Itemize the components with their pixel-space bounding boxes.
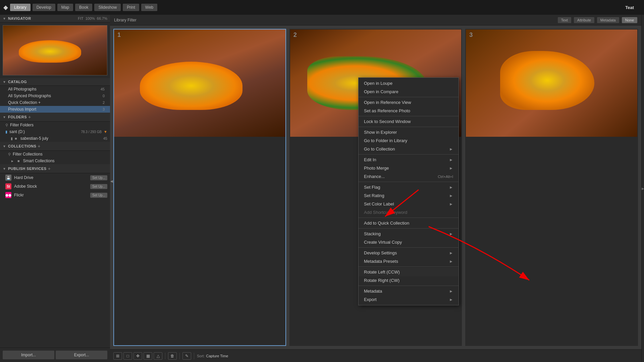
grid-cell-2-number: 2 (293, 32, 297, 39)
compare-view-button[interactable]: ✥ (133, 352, 142, 360)
toolbar-sep-1 (165, 353, 165, 359)
menu-set-rating[interactable]: Set Rating ► (359, 191, 459, 200)
grid-image-1 (114, 29, 285, 137)
menu-set-reference[interactable]: Set as Reference Photo (359, 107, 459, 115)
folders-collapse-icon: ▼ (3, 115, 6, 119)
folder-filter[interactable]: ⚲ Filter Folders (0, 122, 110, 128)
filter-none-button[interactable]: None (622, 17, 637, 23)
metadata-presets-arrow: ► (449, 259, 453, 264)
menu-add-quick-collection[interactable]: Add to Quick Collection (359, 219, 459, 227)
navigator-fit[interactable]: FIT (78, 16, 84, 20)
survey-view-button[interactable]: ▦ (144, 352, 152, 360)
navigator-collapse-icon: ▼ (3, 17, 6, 20)
publish-services-header[interactable]: ▼ Publish Services + (0, 164, 110, 173)
module-develop[interactable]: Develop (33, 4, 55, 11)
module-library[interactable]: Library (10, 4, 31, 11)
export-button[interactable]: Export... (56, 351, 107, 359)
menu-set-color-label[interactable]: Set Color Label ► (359, 200, 459, 208)
menu-separator-3 (359, 127, 459, 127)
publish-services-add-button[interactable]: + (47, 166, 52, 171)
metadata-arrow: ► (449, 289, 453, 294)
module-slideshow[interactable]: Slideshow (94, 4, 121, 11)
menu-develop-settings[interactable]: Develop Settings ► (359, 249, 459, 257)
menu-photo-merge[interactable]: Photo Merge ► (359, 164, 459, 172)
navigator-header[interactable]: ▼ Navigator FIT 100% 66.7% (0, 15, 110, 22)
grid-image-3 (466, 29, 637, 137)
navigator-controls: FIT 100% 66.7% (78, 16, 107, 20)
export-arrow: ► (449, 297, 453, 302)
menu-separator-5 (359, 182, 459, 182)
menu-open-compare[interactable]: Open in Compare (359, 87, 459, 96)
module-map[interactable]: Map (57, 4, 73, 11)
collections-header[interactable]: ▼ Collections + (0, 142, 110, 151)
left-panel-collapse[interactable]: ◀ (110, 174, 113, 188)
folder-drive[interactable]: ▮ sant (D:) 78.3 / 293 GB ▼ (0, 128, 110, 135)
publish-flickr[interactable]: ⬤⬤ Flickr Set Up... (0, 191, 110, 199)
menu-enhance[interactable]: Enhance... Ctrl+Alt+I (359, 172, 459, 181)
loupe-view-button[interactable]: □ (123, 352, 132, 360)
adobe-setup-button[interactable]: Set Up... (90, 184, 107, 189)
publish-services-items: 💾 Hard Drive Set Up... St Adobe Stock Se… (0, 173, 110, 199)
menu-separator-10 (359, 286, 459, 286)
menu-open-loupe[interactable]: Open in Loupe (359, 79, 459, 87)
grid-cell-3[interactable]: 3 (465, 29, 638, 346)
toolbar-sep-2 (179, 353, 180, 359)
folder-icon: ▮ (11, 136, 13, 141)
filter-folders-icon: ⚲ (5, 123, 8, 127)
menu-separator-7 (359, 228, 459, 229)
module-print[interactable]: Print (123, 4, 139, 11)
main-layout: ▼ Navigator FIT 100% 66.7% ▼ Catalog All… (0, 15, 644, 362)
menu-separator-6 (359, 218, 459, 218)
catalog-header[interactable]: ▼ Catalog (0, 78, 110, 86)
menu-export[interactable]: Export ► (359, 295, 459, 304)
menu-lock-second[interactable]: Lock to Second Window (359, 117, 459, 126)
filter-metadata-button[interactable]: Metadata (597, 17, 619, 23)
publish-harddrive[interactable]: 💾 Hard Drive Set Up... (0, 173, 110, 182)
people-view-button[interactable]: △ (154, 352, 162, 360)
filter-attribute-button[interactable]: Attribute (574, 17, 594, 23)
collections-items: ⚲ Filter Collections ► ■ Smart Collectio… (0, 151, 110, 164)
menu-show-explorer[interactable]: Show in Explorer (359, 128, 459, 136)
collections-add-button[interactable]: + (36, 143, 42, 149)
navigator-title: Navigator (8, 16, 31, 20)
grid-view-button[interactable]: ⊞ (113, 352, 122, 360)
import-button[interactable]: Import... (3, 351, 54, 359)
menu-stacking[interactable]: Stacking ► (359, 230, 459, 238)
module-web[interactable]: Web (141, 4, 157, 11)
menu-create-virtual-copy[interactable]: Create Virtual Copy (359, 238, 459, 246)
menu-open-reference[interactable]: Open in Reference View (359, 98, 459, 107)
collection-filter[interactable]: ⚲ Filter Collections (0, 151, 110, 158)
flickr-setup-button[interactable]: Set Up... (90, 193, 107, 198)
folders-add-button[interactable]: + (27, 114, 32, 120)
navigator-zoom2[interactable]: 66.7% (97, 16, 107, 20)
filter-text-button[interactable]: Text (558, 17, 571, 23)
menu-edit-in[interactable]: Edit In ► (359, 156, 459, 164)
menu-metadata[interactable]: Metadata ► (359, 287, 459, 295)
stacking-arrow: ► (449, 232, 453, 236)
filter-collections-icon: ⚲ (8, 152, 11, 157)
menu-set-flag[interactable]: Set Flag ► (359, 183, 459, 191)
catalog-item-quick[interactable]: Quick Collection + 2 (0, 99, 110, 106)
delete-button[interactable]: 🗑 (168, 352, 177, 360)
catalog-item-all-photos[interactable]: All Photographs 45 (0, 86, 110, 93)
smart-collections-item[interactable]: ► ■ Smart Collections (0, 158, 110, 164)
hdd-setup-button[interactable]: Set Up... (90, 175, 107, 180)
catalog-item-synced[interactable]: All Synced Photographs 0 (0, 93, 110, 99)
identity-plate: Teat (625, 5, 634, 10)
catalog-item-previous[interactable]: Previous Import 3 (0, 106, 110, 113)
navigator-zoom1[interactable]: 100% (86, 16, 95, 20)
spray-button[interactable]: ✎ (182, 352, 191, 360)
menu-go-folder[interactable]: Go to Folder in Library (359, 136, 459, 145)
menu-metadata-presets[interactable]: Metadata Presets ► (359, 257, 459, 265)
publish-adobe-stock[interactable]: St Adobe Stock Set Up... (0, 182, 110, 191)
right-panel[interactable]: ▶ (641, 15, 644, 362)
app-logo: ◆ (3, 4, 8, 11)
folders-header[interactable]: ▼ Folders + (0, 113, 110, 122)
menu-go-collection[interactable]: Go to Collection ► (359, 145, 459, 153)
subfolder-july[interactable]: ▮ ■ sabestian-5 july 45 (0, 135, 110, 142)
module-book[interactable]: Book (75, 4, 92, 11)
menu-rotate-right[interactable]: Rotate Right (CW) (359, 276, 459, 285)
sort-value[interactable]: Capture Time (206, 354, 228, 358)
grid-cell-1[interactable]: 1 (113, 29, 286, 346)
menu-rotate-left[interactable]: Rotate Left (CCW) (359, 268, 459, 276)
